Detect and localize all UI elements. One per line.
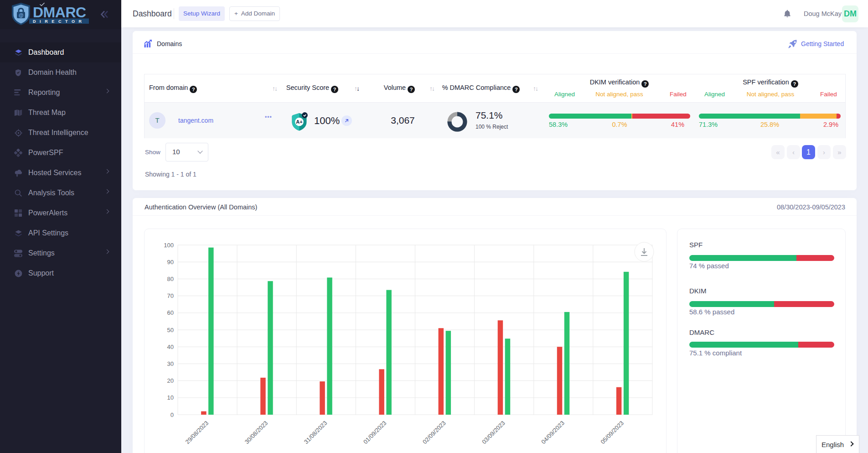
svg-text:70: 70	[167, 292, 174, 299]
svg-text:03/09/2023: 03/09/2023	[480, 420, 506, 446]
svg-text:04/09/2023: 04/09/2023	[540, 420, 566, 446]
svg-text:31/08/2023: 31/08/2023	[303, 420, 329, 446]
svg-text:05/09/2023: 05/09/2023	[599, 420, 625, 446]
svg-text:10: 10	[167, 394, 174, 401]
svg-text:0: 0	[170, 411, 174, 418]
svg-text:A+: A+	[296, 119, 302, 125]
svg-text:40: 40	[167, 344, 174, 350]
svg-text:80: 80	[167, 276, 174, 282]
svg-text:20: 20	[167, 377, 174, 384]
svg-text:100: 100	[164, 242, 174, 249]
svg-text:01/09/2023: 01/09/2023	[362, 420, 388, 446]
svg-text:@: @	[19, 12, 23, 18]
svg-text:30: 30	[167, 360, 174, 367]
svg-text:DMARC: DMARC	[33, 4, 86, 21]
svg-text:60: 60	[167, 309, 174, 316]
svg-text:30/08/2023: 30/08/2023	[243, 420, 269, 446]
svg-text:50: 50	[167, 327, 174, 333]
svg-text:90: 90	[167, 259, 174, 266]
svg-text:29/08/2023: 29/08/2023	[184, 420, 210, 446]
svg-text:02/09/2023: 02/09/2023	[421, 420, 447, 446]
